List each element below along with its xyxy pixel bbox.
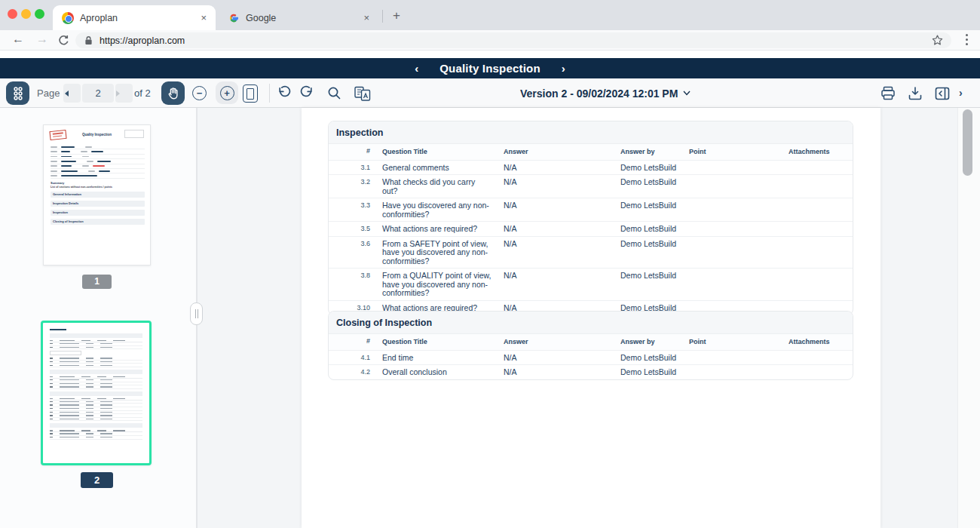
collapse-panel-button[interactable] <box>934 85 951 102</box>
table-cell <box>682 175 782 198</box>
table-cell: 3.8 <box>329 269 375 300</box>
page-2-thumbnail-selected[interactable] <box>41 321 152 465</box>
page-1-badge[interactable]: 1 <box>82 275 112 289</box>
zoom-out-icon: − <box>192 86 207 100</box>
section-title: Inspection <box>336 127 384 138</box>
table-cell: Overall conclusion <box>375 365 497 379</box>
tab-google[interactable]: Google × <box>219 5 378 30</box>
page-label: Page <box>37 87 60 99</box>
tab-close-icon[interactable]: × <box>362 12 371 23</box>
previous-report-button[interactable]: ‹ <box>415 63 418 74</box>
column-header: Question Title <box>375 144 497 160</box>
table-cell: Demo LetsBuild <box>614 237 682 269</box>
column-header: Answer by <box>614 144 682 160</box>
table-header-row: #Question TitleAnswerAnswer byPointAttac… <box>329 144 853 160</box>
close-window-button[interactable] <box>8 9 17 19</box>
table-cell: N/A <box>497 161 614 175</box>
tab-aproplan[interactable]: Aproplan × <box>53 5 216 30</box>
version-label: Version 2 - 09/02/2024 12:01 PM <box>520 87 678 100</box>
panel-resize-handle[interactable] <box>190 302 203 325</box>
preview-photo-box <box>124 130 144 138</box>
bookmark-star-icon[interactable] <box>931 34 944 47</box>
table-cell <box>682 237 782 269</box>
thumbnail-grid-button[interactable] <box>6 81 29 105</box>
next-arrow-icon <box>115 90 121 97</box>
zoom-in-button[interactable]: + <box>216 81 238 104</box>
more-tools-chevron[interactable]: › <box>959 87 963 99</box>
maximize-window-button[interactable] <box>35 9 44 19</box>
minimize-window-button[interactable] <box>21 9 31 19</box>
table-cell: Demo LetsBuild <box>614 198 682 221</box>
column-header: Point <box>682 144 782 160</box>
tab-close-icon[interactable]: × <box>199 12 208 23</box>
table-row: 4.1End timeN/ADemo LetsBuild <box>329 350 853 365</box>
rotate-right-button[interactable] <box>300 85 317 102</box>
table-row: 3.5What actions are required?N/ADemo Let… <box>329 221 853 236</box>
column-header: Answer <box>497 144 614 160</box>
closing-section-card: Closing of Inspection #Question TitleAns… <box>328 311 853 380</box>
search-button[interactable] <box>326 85 342 101</box>
table-cell: N/A <box>497 222 614 236</box>
back-button[interactable]: ← <box>12 32 24 46</box>
document-scrollbar-thumb[interactable] <box>963 109 972 176</box>
closing-table: #Question TitleAnswerAnswer byPointAttac… <box>329 334 853 379</box>
column-header: # <box>329 334 375 350</box>
page-2-badge[interactable]: 2 <box>81 472 113 488</box>
forward-button[interactable]: → <box>36 32 48 46</box>
table-cell: N/A <box>497 198 614 221</box>
chevron-down-icon <box>683 91 691 96</box>
pan-tool-button[interactable] <box>161 81 185 105</box>
fit-page-button[interactable] <box>243 84 258 103</box>
preview-fields <box>51 145 145 179</box>
page-number-input[interactable] <box>82 84 114 103</box>
table-cell: 3.1 <box>329 161 375 175</box>
table-cell: Demo LetsBuild <box>614 351 682 365</box>
new-tab-button[interactable]: + <box>389 8 404 23</box>
column-header: # <box>329 144 375 160</box>
next-report-button[interactable]: › <box>562 63 565 74</box>
url-text[interactable]: https://aproplan.com <box>100 35 931 46</box>
zoom-out-button[interactable]: − <box>192 86 207 100</box>
browser-menu-icon[interactable] <box>966 34 968 45</box>
zoom-in-icon: + <box>220 86 234 100</box>
table-cell: Demo LetsBuild <box>614 365 682 379</box>
table-cell: End time <box>375 351 497 365</box>
page-2-preview <box>43 323 149 463</box>
page-top-strip <box>0 51 980 58</box>
column-header: Answer <box>497 334 614 350</box>
viewer-toolbar: Page of 2 − + <box>0 78 980 108</box>
page-1-thumbnail[interactable]: Quality Inspection Summary List of secti… <box>43 124 151 266</box>
fit-page-icon <box>243 84 258 103</box>
table-row: 4.2Overall conclusionN/ADemo LetsBuild <box>329 364 853 379</box>
table-row: 3.1General commentsN/ADemo LetsBuild <box>329 160 853 175</box>
next-page-button[interactable] <box>115 84 133 103</box>
table-cell <box>682 365 782 379</box>
page-count-label: of 2 <box>134 87 151 99</box>
compare-documents-icon <box>354 85 371 102</box>
download-button[interactable] <box>907 85 923 102</box>
table-cell <box>682 198 782 221</box>
print-button[interactable] <box>880 85 896 102</box>
column-header: Point <box>682 334 782 350</box>
preview-summary-label: Summary <box>51 181 64 185</box>
table-cell: N/A <box>497 365 614 379</box>
column-header: Attachments <box>782 144 853 160</box>
version-dropdown[interactable]: Version 2 - 09/02/2024 12:01 PM <box>520 78 691 108</box>
tab-title: Aproplan <box>80 13 193 23</box>
column-header: Attachments <box>782 334 853 350</box>
viewer-workspace: Quality Inspection Summary List of secti… <box>0 108 980 528</box>
compare-documents-button[interactable] <box>354 85 371 102</box>
address-bar[interactable]: https://aproplan.com <box>75 32 951 48</box>
rotate-right-icon <box>300 85 317 102</box>
google-favicon-icon <box>228 12 240 24</box>
page-1-preview: Quality Inspection Summary List of secti… <box>44 125 150 265</box>
table-cell: Demo LetsBuild <box>614 269 682 300</box>
table-cell: 4.2 <box>329 365 375 379</box>
rotate-left-button[interactable] <box>274 85 291 102</box>
previous-page-button[interactable] <box>63 84 81 103</box>
table-cell: N/A <box>497 269 614 300</box>
table-cell: 3.5 <box>329 222 375 236</box>
reload-button[interactable] <box>57 34 70 47</box>
table-cell <box>782 175 853 198</box>
preview-section: Closing of Inspection <box>51 219 145 225</box>
